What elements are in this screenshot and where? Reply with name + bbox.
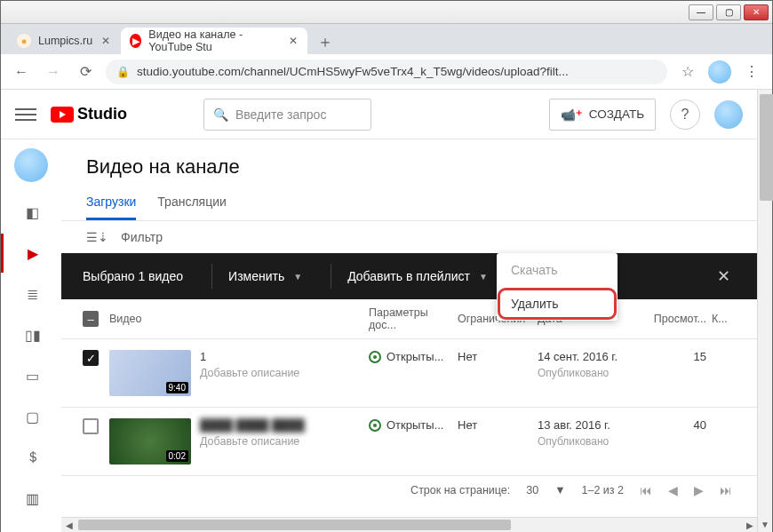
sidebar-item-library[interactable]: ▥ [1,479,61,518]
tab-close-icon[interactable]: ✕ [100,35,112,47]
col-comments[interactable]: К... [706,313,733,325]
scrollbar-arrow-right-icon[interactable]: ▶ [742,518,757,533]
create-label: СОЗДАТЬ [589,107,644,121]
col-video[interactable]: Видео [102,313,369,325]
browser-menu-button[interactable]: ⋮ [740,60,763,83]
new-tab-button[interactable]: ＋ [313,29,338,54]
sidebar-item-analytics[interactable]: ▯▮ [1,315,61,354]
studio-logo[interactable]: Studio [51,105,127,123]
chevron-down-icon: ▼ [293,272,302,282]
restrictions-cell: Нет [458,418,538,432]
forward-button[interactable]: → [42,60,65,83]
visibility-public-icon [369,351,381,363]
subtitles-icon: ▢ [26,409,39,425]
table-header: – Видео Параметры дос... Ограничения Дат… [61,299,757,339]
edit-label: Изменить [228,269,284,283]
col-views[interactable]: Просмот... [644,313,706,325]
main-content: Видео на канале Загрузки Трансляции ☰⇣ Ф… [61,139,757,532]
dismiss-selection-button[interactable]: ✕ [717,266,736,286]
bookmark-button[interactable]: ☆ [676,60,699,83]
video-thumbnail[interactable]: 0:02 [109,418,191,465]
views-cell: 15 [644,350,706,363]
visibility-cell[interactable]: Открыты... [369,418,458,432]
reload-button[interactable]: ⟳ [74,60,97,83]
page-first-button[interactable]: ⏮ [640,483,652,497]
row-checkbox[interactable]: ✓ [83,350,99,366]
restrictions-cell: Нет [458,350,538,363]
tab-live[interactable]: Трансляции [157,184,226,220]
date-cell: 14 сент. 2016 г. Опубликовано [538,350,644,379]
create-button[interactable]: 📹⁺ СОЗДАТЬ [549,99,656,131]
tab-title: Видео на канале - YouTube Stu [148,28,281,53]
table-row[interactable]: 0:02 ████ ████ ████ Добавьте описание От… [61,408,757,476]
scrollbar-arrow-left-icon[interactable]: ◀ [61,518,76,533]
selection-count: Выбрано 1 видео [83,269,204,283]
browser-tab-lumpics[interactable]: ● Lumpics.ru ✕ [8,28,121,54]
sidebar-item-content[interactable]: ▶ [1,234,61,273]
page-scrollbar[interactable]: ▲ ▼ [757,90,772,532]
duration-badge: 9:40 [166,382,188,393]
address-bar[interactable]: 🔒 studio.youtube.com/channel/UCmHS5wyFw5… [106,60,667,84]
comments-icon: ▭ [26,368,39,385]
profile-avatar[interactable] [708,60,731,83]
scrollbar-thumb[interactable] [760,94,773,201]
page-last-button[interactable]: ⏭ [720,483,732,497]
window-minimize-button[interactable]: — [689,4,713,20]
more-menu-delete[interactable]: Удалить [497,287,618,321]
monetization-icon: ＄ [26,449,40,467]
sidebar-item-dashboard[interactable]: ◧ [1,193,61,232]
add-to-playlist-dropdown-button[interactable]: Добавить в плейлист ▼ [347,269,509,283]
channel-avatar[interactable] [14,148,48,182]
more-menu-download[interactable]: Скачать [497,253,618,287]
youtube-play-icon [51,107,74,123]
horizontal-scrollbar[interactable]: ◀ ▶ [61,517,757,532]
video-description-placeholder[interactable]: Добавьте описание [200,435,305,448]
browser-tab-youtube-studio[interactable]: ▶ Видео на канале - YouTube Stu ✕ [121,28,307,54]
url-text: studio.youtube.com/channel/UCmHS5wyFw5ve… [137,65,569,78]
favicon-icon: ▶ [130,34,141,48]
sidebar: ◧ ▶ ≣ ▯▮ ▭ ▢ ＄ ▥ [1,139,61,532]
select-all-checkbox[interactable]: – [83,311,99,327]
page-title: Видео на канале [61,139,757,184]
hamburger-menu-button[interactable] [15,104,36,125]
back-button[interactable]: ← [10,60,33,83]
chevron-down-icon[interactable]: ▼ [554,484,565,496]
scrollbar-thumb[interactable] [78,520,511,530]
video-title[interactable]: 1 [200,350,299,363]
sidebar-item-subtitles[interactable]: ▢ [1,397,61,436]
views-cell: 40 [644,418,706,432]
page-next-button[interactable]: ▶ [694,483,704,497]
tab-uploads[interactable]: Загрузки [86,184,136,220]
table-row[interactable]: ✓ 9:40 1 Добавьте описание [61,339,757,408]
tab-close-icon[interactable]: ✕ [289,35,299,47]
window-close-button[interactable]: ✕ [744,4,769,20]
pagination: Строк на странице: 30 ▼ 1–2 из 2 ⏮ ◀ ▶ ⏭ [61,476,757,504]
sidebar-item-monetization[interactable]: ＄ [1,438,61,477]
visibility-public-icon [369,419,381,432]
rows-per-page-value[interactable]: 30 [526,484,538,496]
selection-action-bar: Выбрано 1 видео Изменить ▼ Добавить в пл… [61,253,757,299]
window-maximize-button[interactable]: ▢ [716,4,741,20]
visibility-cell[interactable]: Открыты... [369,350,458,363]
sidebar-item-comments[interactable]: ▭ [1,356,61,395]
page-prev-button[interactable]: ◀ [668,483,678,497]
scrollbar-arrow-down-icon[interactable]: ▼ [758,517,772,532]
date-cell: 13 авг. 2016 г. Опубликовано [538,418,644,448]
search-input[interactable]: 🔍 Введите запрос [203,99,371,131]
col-visibility[interactable]: Параметры дос... [369,306,458,331]
help-button[interactable]: ? [670,99,700,130]
video-thumbnail[interactable]: 9:40 [109,350,191,396]
search-placeholder: Введите запрос [235,107,326,122]
filter-label: Фильтр [121,230,163,244]
studio-header: Studio 🔍 Введите запрос 📹⁺ СОЗДАТЬ ? [1,90,757,139]
filter-bar[interactable]: ☰⇣ Фильтр [61,221,757,253]
camera-plus-icon: 📹⁺ [561,107,582,122]
video-title[interactable]: ████ ████ ████ [200,418,305,432]
edit-dropdown-button[interactable]: Изменить ▼ [228,269,323,283]
rows-per-page-label: Строк на странице: [410,484,510,496]
video-description-placeholder[interactable]: Добавьте описание [200,367,299,379]
sidebar-item-playlists[interactable]: ≣ [1,274,61,314]
account-avatar[interactable] [714,100,743,129]
row-checkbox[interactable] [83,418,99,434]
filter-icon: ☰⇣ [86,230,108,244]
